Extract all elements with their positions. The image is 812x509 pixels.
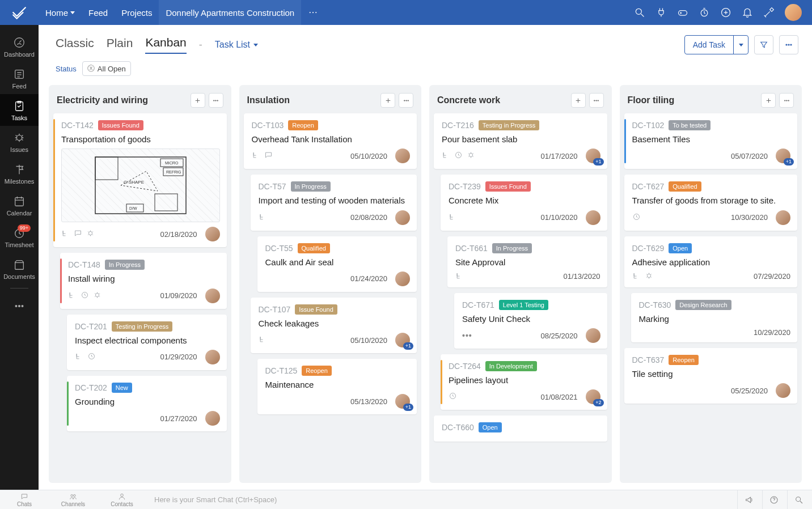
card-title: Safety Unit Check: [462, 313, 600, 325]
card-assignee-avatar[interactable]: [586, 210, 600, 225]
task-card[interactable]: DC-T57 In Progress Import and testing of…: [251, 175, 417, 230]
task-card[interactable]: DC-T661 In Progress Site Approval01/13/2…: [447, 236, 607, 287]
sidebar-item-more[interactable]: [0, 294, 39, 317]
task-card[interactable]: DC-T201 Testing in Progress Inspect elec…: [67, 315, 227, 370]
column-header: Floor tiling: [620, 85, 802, 113]
chip-close-icon[interactable]: ⓧ: [87, 63, 95, 74]
sidebar-item-calendar[interactable]: Calendar: [0, 189, 39, 221]
card-assignee-avatar[interactable]: [205, 227, 220, 241]
task-card[interactable]: DC-T202 New Grounding01/27/2020: [67, 376, 227, 431]
plus-circle-icon[interactable]: [720, 7, 731, 18]
user-avatar[interactable]: [785, 4, 802, 21]
task-card[interactable]: DC-T107 Issue Found Check leakages05/10/…: [251, 298, 417, 353]
sidebar-item-feed[interactable]: Feed: [0, 62, 39, 94]
bottom-contacts[interactable]: Contacts: [98, 493, 146, 507]
add-task-button[interactable]: Add Task: [684, 35, 748, 54]
card-assignee-avatar[interactable]: +1: [395, 333, 410, 347]
sidebar-item-dashboard[interactable]: Dashboard: [0, 31, 39, 62]
card-assignee-avatar[interactable]: [205, 411, 220, 426]
column-more-button[interactable]: [209, 93, 223, 108]
nav-more[interactable]: [301, 0, 325, 25]
sidebar-item-timesheet[interactable]: 99+ Timesheet: [0, 221, 39, 253]
svg-point-39: [594, 100, 595, 101]
app-logo[interactable]: [0, 0, 39, 25]
gamepad-icon[interactable]: [677, 7, 688, 18]
nav-projects[interactable]: Projects: [115, 0, 159, 25]
card-assignee-avatar[interactable]: [395, 272, 410, 286]
smart-chat-input[interactable]: Here is your Smart Chat (Ctrl+Space): [146, 495, 737, 504]
card-assignee-avatar[interactable]: +1: [395, 394, 410, 409]
filter-button[interactable]: [754, 35, 773, 54]
column-body[interactable]: DC-T216 Testing in Progress Pour basemen…: [429, 113, 612, 483]
bottom-search-icon[interactable]: [787, 490, 810, 510]
column-add-button[interactable]: [761, 93, 776, 108]
card-assignee-avatar[interactable]: [776, 383, 790, 398]
column-more-button[interactable]: [779, 93, 794, 108]
task-card[interactable]: DC-T55 Qualified Caulk and Air seal01/24…: [257, 236, 417, 292]
nav-home[interactable]: Home: [39, 0, 82, 25]
announce-icon[interactable]: [737, 490, 760, 510]
card-title: Install wiring: [68, 273, 220, 285]
sidebar-item-milestones[interactable]: Milestones: [0, 158, 39, 189]
column-add-button[interactable]: [191, 93, 205, 108]
column-add-button[interactable]: [571, 93, 586, 108]
kanban-column: Insulation DC-T103 Reopen Overhead Tank …: [239, 85, 422, 483]
card-assignee-avatar[interactable]: [776, 210, 790, 225]
task-card[interactable]: DC-T239 Issues Found Concrete Mix01/10/2…: [441, 175, 607, 230]
add-task-dropdown[interactable]: [733, 35, 748, 54]
task-card[interactable]: DC-T216 Testing in Progress Pour basemen…: [434, 113, 607, 169]
column-body[interactable]: DC-T103 Reopen Overhead Tank Installatio…: [239, 113, 422, 483]
task-card[interactable]: DC-T103 Reopen Overhead Tank Installatio…: [244, 113, 417, 169]
timer-icon[interactable]: [699, 7, 710, 18]
nav-current-project[interactable]: Donnelly Apartments Construction: [159, 0, 301, 25]
sidebar-tasks-label: Tasks: [11, 114, 27, 121]
column-add-button[interactable]: [380, 93, 395, 108]
nav-feed[interactable]: Feed: [82, 0, 115, 25]
card-assignee-avatar[interactable]: [395, 210, 410, 225]
card-assignee-avatar[interactable]: +2: [586, 389, 600, 404]
svg-point-15: [22, 306, 23, 307]
card-assignee-avatar[interactable]: [205, 289, 220, 303]
card-assignee-avatar[interactable]: +1: [586, 149, 600, 163]
tools-icon[interactable]: [763, 7, 775, 18]
task-card[interactable]: DC-T671 Level 1 Testing Safety Unit Chec…: [454, 293, 607, 349]
card-id: DC-T107: [259, 305, 291, 314]
task-card[interactable]: DC-T264 In Development Pipelines layout0…: [441, 354, 607, 410]
sidebar-item-issues[interactable]: Issues: [0, 126, 39, 158]
task-card[interactable]: DC-T142 Issues Found Transportation of g…: [53, 113, 227, 247]
task-card[interactable]: DC-T660 Open: [434, 415, 607, 442]
sidebar-issues-label: Issues: [10, 146, 28, 153]
column-more-button[interactable]: [399, 93, 413, 108]
help-icon[interactable]: [762, 490, 785, 510]
task-card[interactable]: DC-T630 Design Research Marking10/29/202…: [631, 293, 798, 342]
bottom-channels[interactable]: Channels: [49, 493, 98, 507]
sidebar-item-tasks[interactable]: Tasks: [0, 94, 39, 126]
card-assignee-avatar[interactable]: [586, 328, 600, 343]
search-icon[interactable]: [634, 7, 645, 18]
bell-icon[interactable]: [742, 7, 753, 18]
filter-chip-all-open[interactable]: ⓧ All Open: [82, 61, 131, 76]
task-card[interactable]: DC-T629 Open Adhesive application07/29/2…: [624, 236, 798, 287]
task-card[interactable]: DC-T148 In Progress Install wiring01/09/…: [60, 253, 227, 308]
tasklist-dropdown[interactable]: Task List: [215, 40, 258, 50]
view-tab-plain[interactable]: Plain: [107, 36, 133, 53]
more-options-button[interactable]: [779, 35, 798, 54]
column-more-button[interactable]: [589, 93, 604, 108]
card-assignee-avatar[interactable]: +1: [776, 149, 790, 163]
add-task-label: Add Task: [685, 40, 733, 49]
task-card[interactable]: DC-T125 Reopen Maintenance05/13/2020+1: [257, 359, 417, 414]
task-card[interactable]: DC-T627 Qualified Transfer of goods from…: [624, 175, 798, 230]
column-body[interactable]: DC-T102 To be tested Basement Tiles05/07…: [620, 113, 802, 483]
card-assignee-avatar[interactable]: [205, 350, 220, 364]
bottom-chats[interactable]: Chats: [0, 493, 49, 507]
view-tab-kanban[interactable]: Kanban: [145, 36, 186, 54]
plug-icon[interactable]: [655, 7, 667, 18]
card-more-icon[interactable]: •••: [462, 331, 472, 340]
task-card[interactable]: DC-T102 To be tested Basement Tiles05/07…: [624, 113, 798, 169]
status-label[interactable]: Status: [56, 65, 77, 73]
column-body[interactable]: DC-T142 Issues Found Transportation of g…: [49, 113, 231, 483]
view-tab-classic[interactable]: Classic: [56, 36, 94, 53]
sidebar-item-documents[interactable]: Documents: [0, 253, 39, 285]
card-assignee-avatar[interactable]: [395, 149, 410, 163]
task-card[interactable]: DC-T637 Reopen Tile setting05/25/2020: [624, 348, 798, 404]
